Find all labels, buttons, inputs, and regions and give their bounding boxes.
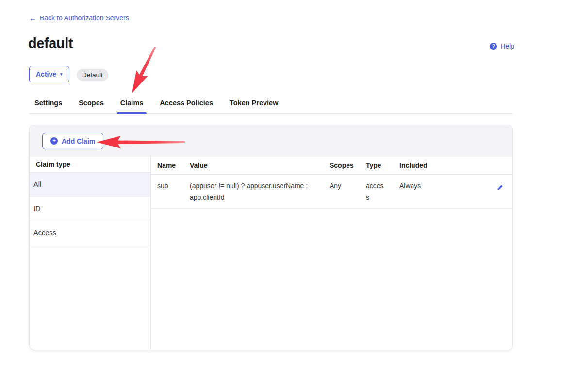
claim-scopes-cell: Any (330, 180, 366, 192)
claims-table-header: Name Value Scopes Type Included (151, 157, 512, 175)
back-to-authorization-servers-link[interactable]: ← Back to Authorization Servers (29, 14, 129, 22)
claim-name-cell: sub (157, 180, 190, 192)
tab-scopes[interactable]: Scopes (79, 99, 104, 113)
help-link[interactable]: ? Help (490, 42, 514, 50)
column-header-scopes: Scopes (330, 162, 366, 169)
add-claim-button-label: Add Claim (62, 137, 95, 145)
active-status-dropdown[interactable]: Active ▾ (29, 66, 69, 82)
claim-type-all[interactable]: All (30, 173, 150, 197)
column-header-value: Value (190, 162, 330, 169)
claim-type-header: Claim type (30, 157, 150, 173)
chevron-down-icon: ▾ (60, 72, 63, 77)
plus-icon: + (50, 137, 58, 145)
column-header-name: Name (157, 162, 190, 169)
claim-type-filter-panel: Claim type All ID Access (30, 157, 151, 350)
tab-token-preview[interactable]: Token Preview (230, 99, 278, 113)
tab-settings[interactable]: Settings (34, 99, 62, 113)
claim-value-cell: (appuser != null) ? appuser.userName : a… (190, 180, 322, 203)
claim-type-access[interactable]: Access (30, 221, 150, 245)
back-link-label: Back to Authorization Servers (40, 14, 129, 22)
tab-claims[interactable]: Claims (120, 99, 144, 113)
help-link-label: Help (500, 42, 514, 50)
page-title: default (28, 35, 73, 51)
column-header-included: Included (399, 162, 495, 169)
default-badge: Default (77, 69, 108, 81)
claims-content: Claim type All ID Access Name Value Scop… (30, 157, 512, 350)
pencil-icon (497, 184, 503, 191)
tab-bar: Settings Scopes Claims Access Policies T… (29, 97, 513, 114)
help-question-icon: ? (490, 43, 497, 50)
active-status-label: Active (36, 70, 56, 78)
claims-panel: + Add Claim Claim type All ID Access Nam… (29, 125, 513, 350)
add-claim-button[interactable]: + Add Claim (42, 133, 103, 149)
back-arrow-icon: ← (29, 15, 36, 22)
claim-included-cell: Always (399, 180, 495, 192)
edit-claim-button[interactable] (495, 182, 505, 192)
claim-type-id[interactable]: ID (30, 197, 150, 221)
tab-access-policies[interactable]: Access Policies (160, 99, 213, 113)
claims-toolbar: + Add Claim (30, 125, 512, 157)
claim-type-cell: access (366, 180, 385, 203)
column-header-type: Type (366, 162, 399, 169)
table-row: sub (appuser != null) ? appuser.userName… (151, 175, 512, 209)
annotation-arrow-claims-tab (124, 42, 164, 98)
claims-table: Name Value Scopes Type Included sub (app… (151, 157, 512, 350)
